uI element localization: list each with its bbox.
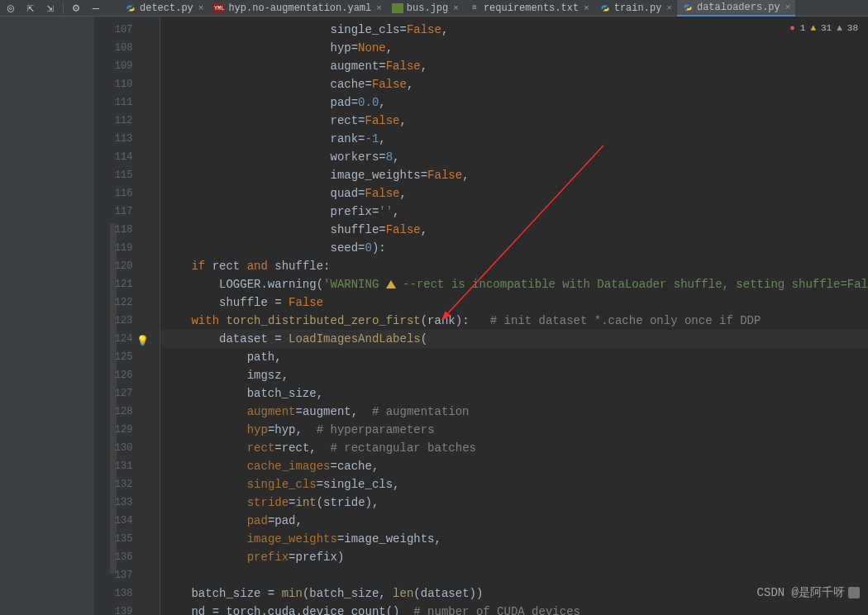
code-line[interactable]: batch_size, [160,384,868,403]
line-number[interactable]: 138 [94,584,150,603]
line-number[interactable]: 130 [94,439,150,457]
close-icon[interactable]: × [584,3,589,13]
error-icon: ● [789,23,795,33]
code-line[interactable]: rect=rect, # rectangular batches [160,439,868,457]
code-line[interactable]: augment=augment, # augmentation [160,403,868,421]
line-number[interactable]: 116 [94,184,150,203]
python-icon [682,2,694,13]
line-number[interactable]: 111 [94,93,150,112]
code-line[interactable]: cache=False, [160,75,868,93]
line-number[interactable]: 120 [94,257,150,275]
line-number[interactable]: 127 [94,384,150,403]
code-line[interactable]: rank=-1, [160,130,868,148]
code-line[interactable]: quad=False, [160,184,868,203]
tab-label: hyp.no-augmentation.yaml [228,2,371,14]
tab-requirements-txt[interactable]: ≡requirements.txt× [464,0,594,17]
code-line[interactable]: if rect and shuffle: [160,257,868,275]
tab-train-py[interactable]: train.py× [594,0,677,17]
code-line[interactable]: pad=pad, [160,512,868,530]
code-line[interactable]: with torch_distributed_zero_first(rank):… [160,312,868,330]
code-line[interactable]: dataset = LoadImagesAndLabels( [160,330,868,348]
line-number[interactable]: 113 [94,130,150,148]
line-number[interactable]: 108 [94,39,150,57]
warning-count: 31 [821,23,832,33]
code-line[interactable]: prefix='', [160,203,868,221]
line-number[interactable]: 122 [94,293,150,312]
dash-icon[interactable]: — [87,1,105,16]
line-number[interactable]: 109 [94,57,150,75]
line-number[interactable]: 139 [94,603,150,615]
line-number[interactable]: 125 [94,348,150,366]
warning-triangle-icon [386,280,396,288]
line-number[interactable]: 134 [94,512,150,530]
code-line[interactable]: imgsz, [160,366,868,384]
code-line[interactable]: shuffle=False, [160,221,868,239]
line-number[interactable]: 135 [94,530,150,548]
close-icon[interactable]: × [666,3,672,13]
code-area[interactable]: single_cls=False, hyp=None, augment=Fals… [160,17,868,615]
tab-dataloaders-py[interactable]: dataloaders.py× [677,0,795,17]
line-number[interactable]: 126 [94,366,150,384]
gear-icon[interactable]: ⚙ [67,1,85,16]
code-line[interactable]: image_weights=False, [160,166,868,184]
line-number[interactable]: 124💡 [94,330,150,348]
code-line[interactable]: hyp=hyp, # hyperparameters [160,421,868,439]
tab-bus-jpg[interactable]: bus.jpg× [387,0,464,17]
close-icon[interactable]: × [376,3,382,13]
line-number[interactable]: 118 [94,221,150,239]
code-line[interactable]: augment=False, [160,57,868,75]
code-line[interactable]: workers=8, [160,148,868,166]
close-icon[interactable]: × [785,2,791,12]
tab-hyp-no-augmentation-yaml[interactable]: YMLhyp.no-augmentation.yaml× [208,0,386,17]
close-icon[interactable]: × [198,3,204,13]
line-number[interactable]: 132 [94,475,150,493]
line-number[interactable]: 112 [94,112,150,130]
line-number[interactable]: 117 [94,203,150,221]
line-number[interactable]: 133 [94,493,150,512]
code-line[interactable]: LOGGER.warning('WARNING --rect is incomp… [160,275,868,293]
code-line[interactable] [160,566,868,584]
line-number[interactable]: 114 [94,148,150,166]
code-line[interactable]: single_cls=False, [160,21,868,39]
code-line[interactable]: pad=0.0, [160,93,868,112]
code-line[interactable]: nd = torch.cuda.device_count() # number … [160,603,868,615]
editor-main: 1071081091101111121131141151161171181191… [0,17,868,615]
line-number[interactable]: 137 [94,566,150,584]
close-icon[interactable]: × [453,3,459,13]
expand-down-icon[interactable]: ⇲ [41,1,60,16]
code-line[interactable]: seed=0): [160,239,868,257]
tab-detect-py[interactable]: detect.py× [120,0,208,17]
line-number[interactable]: 119 [94,239,150,257]
line-number[interactable]: 129 [94,421,150,439]
code-line[interactable]: cache_images=cache, [160,457,868,475]
warning-icon: ▲ [810,23,816,33]
tab-label: dataloaders.py [697,2,780,13]
code-line[interactable]: shuffle = False [160,293,868,312]
code-line[interactable]: hyp=None, [160,39,868,57]
line-number[interactable]: 115 [94,166,150,184]
python-icon [125,2,136,14]
line-number[interactable]: 121 [94,275,150,293]
line-number[interactable]: 110 [94,75,150,93]
code-line[interactable]: rect=False, [160,112,868,130]
tab-label: detect.py [140,2,193,14]
inspections-summary[interactable]: ●1 ▲31 ▲38 [786,21,861,35]
line-number[interactable]: 128 [94,403,150,421]
line-number[interactable]: 131 [94,457,150,475]
yaml-icon: YML [213,3,225,13]
code-line[interactable]: single_cls=single_cls, [160,475,868,493]
target-icon[interactable]: ◎ [2,1,20,16]
typo-icon: ▲ [837,23,842,33]
code-line[interactable]: path, [160,348,868,366]
line-number[interactable]: 123 [94,312,150,330]
line-number[interactable]: 107 [94,21,150,39]
python-icon [599,2,611,14]
code-line[interactable]: stride=int(stride), [160,493,868,512]
image-icon [392,3,403,13]
project-pane[interactable] [0,17,94,615]
code-line[interactable]: prefix=prefix) [160,548,868,566]
code-line[interactable]: image_weights=image_weights, [160,530,868,548]
typo-count: 38 [847,23,858,33]
expand-up-icon[interactable]: ⇱ [21,1,40,16]
line-number[interactable]: 136 [94,548,150,566]
